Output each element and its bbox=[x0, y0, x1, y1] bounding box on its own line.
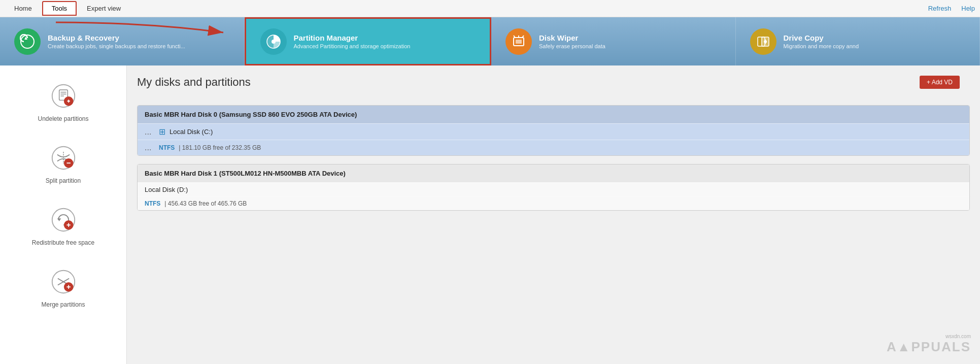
disk-0-p1-type: NTFS bbox=[159, 144, 175, 151]
disk-1-partition-1[interactable]: NTFS | 456.43 GB free of 465.76 GB bbox=[138, 196, 969, 210]
sidebar-label-split: Split partition bbox=[46, 177, 81, 184]
disk-0-partition-1[interactable]: ... NTFS | 181.10 GB free of 232.35 GB bbox=[138, 140, 969, 155]
drive-copy-subtitle: Migration and more copy annd bbox=[784, 43, 859, 49]
backup-recovery-subtitle: Create backup jobs, single backups and r… bbox=[48, 43, 185, 49]
help-link[interactable]: Help bbox=[961, 5, 975, 12]
disk-wiper-title: Disk Wiper bbox=[539, 34, 605, 42]
disk-1-content: Local Disk (D:) NTFS | 456.43 GB free of… bbox=[138, 182, 969, 210]
tool-ribbon: Backup & Recovery Create backup jobs, si… bbox=[0, 17, 980, 65]
undelete-icon bbox=[48, 81, 79, 111]
disk-0-partition-0[interactable]: ... ⊞ Local Disk (C:) bbox=[138, 123, 969, 140]
disk-1-partition-0[interactable]: Local Disk (D:) bbox=[138, 182, 969, 196]
nav-tools[interactable]: Tools bbox=[42, 1, 77, 16]
watermark: wsxdn.com A▲PPUALS bbox=[887, 334, 971, 355]
disk-wiper-subtitle: Safely erase personal data bbox=[539, 43, 605, 49]
disk-0-header: Basic MBR Hard Disk 0 (Samsung SSD 860 E… bbox=[138, 106, 969, 123]
disk-wiper-icon bbox=[505, 28, 532, 55]
drive-copy-text: Drive Copy Migration and more copy annd bbox=[784, 34, 859, 49]
sidebar-label-redistribute: Redistribute free space bbox=[32, 239, 94, 246]
partition-manager-subtitle: Advanced Partitioning and storage optimi… bbox=[294, 43, 411, 49]
content-area: My disks and partitions + Add VD Basic M… bbox=[127, 65, 980, 364]
tool-backup-recovery[interactable]: Backup & Recovery Create backup jobs, si… bbox=[0, 17, 245, 65]
disk-0-p1-info: | 181.10 GB free of 232.35 GB bbox=[179, 144, 261, 151]
backup-recovery-title: Backup & Recovery bbox=[48, 34, 185, 42]
disk-wiper-text: Disk Wiper Safely erase personal data bbox=[539, 34, 605, 49]
tool-disk-wiper[interactable]: Disk Wiper Safely erase personal data bbox=[491, 17, 736, 65]
backup-recovery-text: Backup & Recovery Create backup jobs, si… bbox=[48, 34, 185, 49]
sidebar: Undelete partitions Split partition bbox=[0, 65, 127, 364]
sidebar-label-merge: Merge partitions bbox=[41, 301, 85, 308]
disk-0-p0-name: Local Disk (C:) bbox=[170, 128, 213, 136]
disk-0-section: Basic MBR Hard Disk 0 (Samsung SSD 860 E… bbox=[137, 105, 970, 156]
sidebar-item-split[interactable]: Split partition bbox=[0, 138, 126, 189]
nav-home[interactable]: Home bbox=[5, 2, 41, 15]
disk-0-p1-dots[interactable]: ... bbox=[145, 143, 155, 152]
disk-1-p1-type: NTFS bbox=[145, 200, 160, 207]
disk-1-p0-name: Local Disk (D:) bbox=[145, 186, 188, 193]
add-vd-button[interactable]: + Add VD bbox=[920, 76, 960, 89]
disk-1-p1-info: | 456.43 GB free of 465.76 GB bbox=[164, 200, 247, 207]
sidebar-item-merge[interactable]: Merge partitions bbox=[0, 261, 126, 313]
partition-manager-icon bbox=[260, 28, 287, 55]
redistribute-icon bbox=[48, 205, 79, 235]
svg-rect-6 bbox=[516, 40, 522, 44]
content-header-row: My disks and partitions + Add VD bbox=[137, 76, 970, 97]
tool-partition-manager[interactable]: Partition Manager Advanced Partitioning … bbox=[245, 17, 492, 65]
watermark-brand: A▲PPUALS bbox=[887, 339, 971, 355]
svg-point-4 bbox=[272, 40, 276, 44]
watermark-site: wsxdn.com bbox=[887, 334, 971, 339]
refresh-link[interactable]: Refresh bbox=[928, 5, 952, 12]
merge-icon bbox=[48, 267, 79, 297]
split-icon bbox=[48, 143, 79, 173]
sidebar-item-undelete[interactable]: Undelete partitions bbox=[0, 76, 126, 127]
sidebar-label-undelete: Undelete partitions bbox=[38, 115, 88, 122]
disk-0-p0-icon: ⊞ bbox=[159, 127, 165, 137]
top-nav: Home Tools Expert view Refresh Help bbox=[0, 0, 980, 17]
tool-drive-copy[interactable]: Drive Copy Migration and more copy annd bbox=[736, 17, 981, 65]
page-title: My disks and partitions bbox=[137, 76, 251, 89]
disk-1-header: Basic MBR Hard Disk 1 (ST500LM012 HN-M50… bbox=[138, 164, 969, 182]
disk-1-section: Basic MBR Hard Disk 1 (ST500LM012 HN-M50… bbox=[137, 164, 970, 211]
backup-recovery-icon bbox=[14, 28, 41, 55]
nav-right: Refresh Help bbox=[928, 5, 975, 12]
disk-0-p0-dots[interactable]: ... bbox=[145, 127, 155, 137]
drive-copy-icon bbox=[750, 28, 776, 55]
sidebar-item-redistribute[interactable]: Redistribute free space bbox=[0, 200, 126, 251]
drive-copy-title: Drive Copy bbox=[784, 34, 859, 42]
partition-manager-title: Partition Manager bbox=[294, 34, 411, 42]
partition-manager-text: Partition Manager Advanced Partitioning … bbox=[294, 34, 411, 49]
svg-point-12 bbox=[764, 40, 767, 43]
nav-left: Home Tools Expert view bbox=[5, 1, 130, 16]
disk-0-content: ... ⊞ Local Disk (C:) ... NTFS | 181.10 … bbox=[138, 123, 969, 155]
main-area: Undelete partitions Split partition bbox=[0, 65, 980, 364]
nav-expert-view[interactable]: Expert view bbox=[78, 2, 130, 15]
